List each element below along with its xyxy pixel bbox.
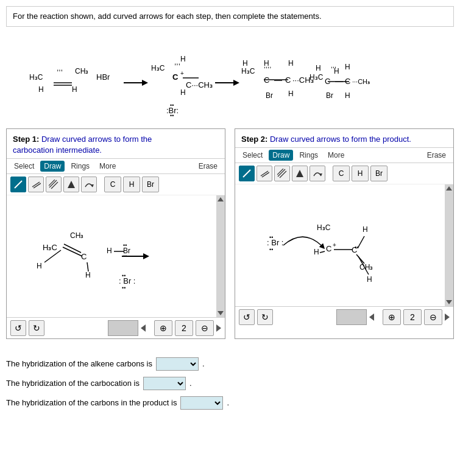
step1-zoom-in-btn[interactable]: ⊕ — [154, 320, 172, 336]
step1-nav-right[interactable] — [216, 324, 221, 332]
step1-zoom-out-btn[interactable]: ⊖ — [196, 320, 214, 336]
step2-zoom-reset-btn[interactable]: 2 — [403, 309, 422, 325]
svg-text:H: H — [345, 91, 350, 100]
question-2-select[interactable]: sp sp² sp³ — [143, 377, 186, 390]
svg-line-47 — [15, 181, 22, 188]
question-3-text-after: . — [227, 398, 229, 407]
step1-canvas[interactable]: H₃C C CH₃ H H — [7, 195, 225, 317]
step2-scroll-down[interactable] — [446, 300, 452, 304]
question-row-2: The hybridization of the carbocation is … — [6, 377, 454, 390]
question-1-select[interactable]: sp sp² sp³ — [156, 357, 199, 371]
svg-text:••: •• — [355, 244, 359, 251]
svg-text:H: H — [242, 59, 248, 68]
svg-line-78 — [280, 171, 286, 178]
step1-nav-left[interactable] — [141, 324, 146, 332]
svg-text:C: C — [325, 77, 330, 86]
svg-text:H: H — [316, 64, 321, 72]
svg-text:H₃C: H₃C — [29, 73, 43, 82]
svg-text:••: •• — [269, 234, 273, 240]
reaction-overview: H₃C ,,, H H CH₃ HBr H₃C ,,, C + C···CH₃ … — [6, 34, 454, 128]
svg-marker-22 — [233, 80, 239, 86]
step2-tool-arrow[interactable] — [292, 166, 308, 181]
svg-marker-65 — [143, 253, 149, 259]
step2-erase-btn[interactable]: Erase — [423, 150, 450, 161]
step2-rings-btn[interactable]: Rings — [295, 150, 322, 161]
step2-select-btn[interactable]: Select — [239, 150, 266, 161]
step1-toolbar: Select Draw Rings More Erase — [7, 158, 225, 174]
step1-draw-tools: C H Br — [7, 174, 225, 195]
step2-tool-double[interactable] — [257, 166, 272, 181]
step2-tool-triple[interactable] — [274, 166, 290, 181]
step2-zoom-out-btn[interactable]: ⊖ — [424, 309, 442, 325]
svg-text:H: H — [72, 85, 77, 94]
step2-undo-btn[interactable]: ↺ — [239, 309, 255, 325]
step2-label: Step 2: — [241, 135, 267, 144]
step1-select-btn[interactable]: Select — [10, 161, 38, 172]
step1-draw-btn[interactable]: Draw — [40, 161, 65, 172]
step1-rings-btn[interactable]: Rings — [67, 161, 93, 172]
svg-text:Br: Br — [326, 91, 333, 100]
svg-text:+: + — [180, 70, 184, 77]
step2-scroll-up[interactable] — [446, 186, 452, 191]
step1-scroll-down[interactable] — [218, 311, 224, 315]
step2-atom-h[interactable]: H — [352, 166, 369, 181]
svg-marker-53 — [68, 181, 75, 188]
svg-text:C: C — [345, 77, 350, 86]
step2-canvas-wrapper: : Br : •• •• H₃C C + C •• CH₃ — [235, 184, 453, 306]
step1-redo-btn[interactable]: ↻ — [29, 320, 44, 336]
svg-line-98 — [320, 251, 325, 253]
question-1-text-after: . — [202, 359, 205, 368]
step1-atom-br[interactable]: Br — [142, 177, 159, 192]
step2-tool-curved[interactable] — [310, 166, 325, 181]
step1-zoom-reset-btn[interactable]: 2 — [175, 320, 193, 336]
step2-redo-btn[interactable]: ↻ — [257, 309, 273, 325]
step2-atom-br[interactable]: Br — [370, 166, 387, 181]
step1-tool-single[interactable] — [10, 177, 26, 192]
step2-nav-right[interactable] — [445, 313, 450, 321]
step1-tool-curved[interactable] — [81, 177, 97, 192]
question-row-3: The hybridization of the carbons in the … — [6, 396, 454, 410]
svg-text:Br: Br — [266, 91, 273, 100]
svg-text:,,,: ,,, — [174, 58, 180, 66]
step1-scrollbar[interactable] — [216, 195, 225, 317]
step1-tool-double[interactable] — [28, 177, 44, 192]
svg-line-92 — [356, 254, 364, 264]
svg-text:—: — — [335, 77, 343, 86]
step2-nav-left[interactable] — [369, 313, 374, 321]
step1-atom-h[interactable]: H — [123, 177, 140, 192]
step2-tool-single[interactable] — [239, 166, 255, 181]
step1-canvas-wrapper: H₃C C CH₃ H H — [7, 195, 225, 317]
svg-text:H: H — [85, 271, 91, 279]
svg-text:C: C — [326, 244, 331, 253]
svg-marker-9 — [142, 80, 148, 86]
instruction-box: For the reaction shown, add curved arrow… — [6, 6, 454, 27]
svg-line-94 — [358, 236, 364, 247]
step1-tool-arrow[interactable] — [63, 177, 79, 192]
step2-bottom-controls: ↺ ↻ ⊕ 2 ⊖ — [235, 306, 453, 327]
step2-draw-btn[interactable]: Draw — [269, 150, 293, 161]
step2-atom-c[interactable]: C — [333, 166, 350, 181]
step1-atom-c[interactable]: C — [104, 177, 121, 192]
svg-line-51 — [51, 182, 58, 189]
step1-preview — [108, 320, 138, 336]
step1-erase-btn[interactable]: Erase — [195, 161, 221, 172]
step2-more-btn[interactable]: More — [324, 150, 348, 161]
step1-scroll-up[interactable] — [218, 197, 224, 201]
svg-text:C: C — [264, 75, 269, 85]
step2-scrollbar[interactable] — [445, 184, 453, 306]
step2-desc: Draw curved arrows to form the product. — [270, 135, 411, 144]
step2-toolbar: Select Draw Rings More Erase — [235, 147, 453, 163]
step1-more-btn[interactable]: More — [96, 161, 119, 172]
svg-text:H: H — [367, 275, 372, 284]
question-2-text-before: The hybridization of the carbocation is — [6, 379, 140, 388]
step1-bottom-controls: ↺ ↻ ⊕ 2 ⊖ — [7, 317, 225, 338]
svg-text:••: •• — [122, 273, 126, 279]
step2-canvas[interactable]: : Br : •• •• H₃C C + C •• CH₃ — [235, 184, 453, 306]
step1-undo-btn[interactable]: ↺ — [10, 320, 26, 336]
svg-text:H: H — [180, 55, 186, 63]
questions-section: The hybridization of the alkene carbons … — [6, 351, 454, 422]
step2-zoom-in-btn[interactable]: ⊕ — [383, 309, 401, 325]
step1-tool-triple[interactable] — [46, 177, 62, 192]
svg-text:H: H — [180, 88, 186, 97]
question-3-select[interactable]: sp sp² sp³ — [180, 396, 223, 410]
